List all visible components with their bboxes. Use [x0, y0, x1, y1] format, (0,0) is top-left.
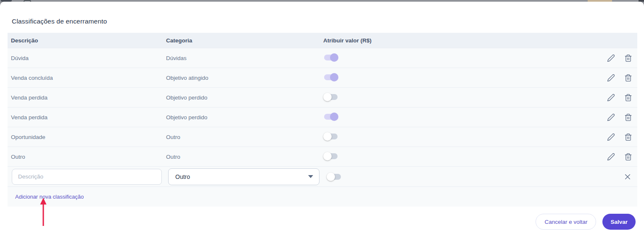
- chevron-down-icon: [308, 175, 313, 178]
- column-header-descricao: Descrição: [8, 37, 166, 44]
- cell-categoria: Outro: [166, 154, 323, 160]
- cell-atribuir-valor: [323, 112, 607, 123]
- x-icon[interactable]: [624, 173, 631, 181]
- row-actions: [607, 74, 637, 82]
- page-title: Classificações de encerramento: [12, 18, 107, 25]
- toggle-thumb: [327, 173, 335, 181]
- cell-atribuir-valor: [323, 152, 607, 162]
- pencil-icon[interactable]: [607, 94, 615, 102]
- table-row: Outro Outro: [8, 147, 637, 166]
- pencil-icon[interactable]: [607, 113, 615, 121]
- row-actions: [607, 133, 637, 141]
- pencil-icon[interactable]: [607, 133, 615, 141]
- trash-icon[interactable]: [624, 133, 632, 141]
- cell-categoria: Dúvidas: [166, 55, 323, 61]
- atribuir-valor-toggle[interactable]: [323, 152, 338, 161]
- pencil-icon[interactable]: [607, 74, 615, 82]
- cancel-button[interactable]: Cancelar e voltar: [536, 214, 596, 230]
- pencil-icon[interactable]: [607, 54, 615, 62]
- trash-icon[interactable]: [624, 153, 632, 161]
- table-row: Dúvida Dúvidas: [8, 48, 637, 68]
- classifications-table: Descrição Categoria Atribuir valor (R$) …: [8, 33, 637, 207]
- atribuir-valor-toggle[interactable]: [323, 112, 338, 121]
- table-row: Venda perdida Objetivo perdido: [8, 107, 637, 127]
- table-row: Venda concluída Objetivo atingido: [8, 68, 637, 87]
- cell-descricao: Outro: [8, 154, 166, 160]
- trash-icon[interactable]: [624, 74, 632, 82]
- atribuir-valor-toggle[interactable]: [327, 172, 342, 181]
- cell-atribuir-valor: [323, 53, 607, 63]
- row-actions: [607, 94, 637, 102]
- row-actions: [607, 153, 637, 161]
- cell-categoria: Outro: [166, 134, 323, 140]
- cell-descricao: Venda perdida: [8, 94, 166, 101]
- trash-icon[interactable]: [624, 54, 632, 62]
- atribuir-valor-toggle[interactable]: [323, 53, 338, 62]
- add-link-row: Adicionar nova classificação: [8, 186, 637, 207]
- cell-descricao: Oportunidade: [8, 134, 166, 140]
- atribuir-valor-toggle[interactable]: [323, 73, 338, 82]
- row-actions: [607, 113, 637, 121]
- cell-descricao: Venda concluída: [8, 75, 166, 81]
- save-button[interactable]: Salvar: [602, 214, 636, 230]
- toggle-thumb: [330, 113, 338, 121]
- atribuir-valor-toggle[interactable]: [323, 92, 338, 102]
- row-actions: [607, 54, 637, 62]
- cell-categoria: Objetivo perdido: [166, 114, 323, 121]
- pencil-icon[interactable]: [607, 153, 615, 161]
- cell-atribuir-valor: [323, 73, 607, 83]
- trash-icon[interactable]: [624, 94, 632, 102]
- table-header: Descrição Categoria Atribuir valor (R$): [8, 33, 637, 48]
- modal-footer: Cancelar e voltar Salvar: [536, 214, 636, 230]
- trash-icon[interactable]: [624, 113, 632, 121]
- toggle-thumb: [330, 73, 338, 81]
- descricao-input[interactable]: [12, 169, 162, 185]
- column-header-categoria: Categoria: [166, 37, 323, 44]
- add-new-classification-link[interactable]: Adicionar nova classificação: [15, 194, 84, 200]
- cell-descricao: Dúvida: [8, 55, 166, 61]
- cell-atribuir-valor: [323, 92, 607, 103]
- cell-categoria: Objetivo perdido: [166, 94, 323, 101]
- toggle-thumb: [330, 53, 338, 62]
- table-body: Dúvida Dúvidas: [8, 48, 637, 166]
- categoria-select[interactable]: Outro: [168, 168, 319, 185]
- new-classification-row: Outro: [8, 166, 637, 186]
- cell-descricao: Venda perdida: [8, 114, 166, 121]
- column-header-atribuir-valor: Atribuir valor (R$): [323, 37, 637, 44]
- toggle-thumb: [323, 132, 332, 141]
- cell-atribuir-valor: [323, 132, 607, 142]
- categoria-select-value: Outro: [175, 173, 190, 180]
- cell-categoria: Objetivo atingido: [166, 75, 323, 81]
- toggle-thumb: [323, 93, 332, 101]
- table-row: Venda perdida Objetivo perdido: [8, 87, 637, 107]
- table-row: Oportunidade Outro: [8, 127, 637, 147]
- toggle-thumb: [323, 152, 332, 160]
- atribuir-valor-toggle[interactable]: [323, 132, 338, 141]
- settings-modal: Classificações de encerramento Descrição…: [0, 2, 644, 236]
